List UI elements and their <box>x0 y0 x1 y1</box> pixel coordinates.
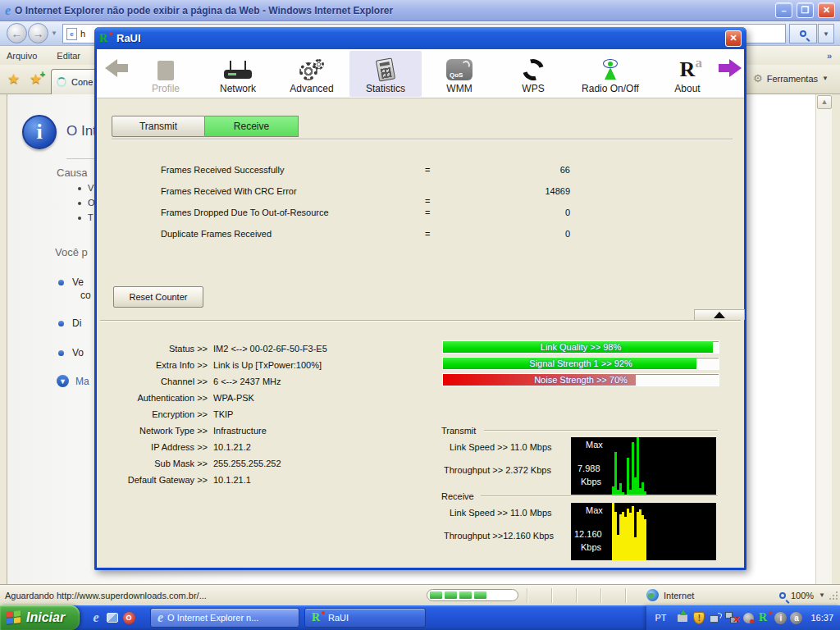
info-value: 10.1.21.2 <box>213 442 251 452</box>
toolbar-scroll-right-button[interactable] <box>719 59 743 84</box>
menu-editar[interactable]: Editar <box>57 51 80 61</box>
stat-row-label: Duplicate Frames Received <box>161 229 272 239</box>
toolbar-item-advanced[interactable]: Advanced <box>276 51 348 97</box>
search-button[interactable] <box>789 24 817 43</box>
toolbar-item-wps[interactable]: WPS <box>497 51 569 97</box>
stat-row-value: 0 <box>472 208 570 217</box>
windows-logo-icon <box>7 610 21 625</box>
quicklaunch-ie-icon[interactable]: e <box>88 609 104 626</box>
minimize-button[interactable]: – <box>775 2 792 18</box>
forward-button[interactable]: → <box>28 23 48 43</box>
vertical-scrollbar[interactable]: ▲ <box>815 94 832 584</box>
toolbar-item-wmm[interactable]: QoS WMM <box>423 51 495 97</box>
reset-counter-button[interactable]: Reset Counter <box>113 286 203 308</box>
rx-max-value: 12.160 <box>574 529 602 539</box>
zoom-control[interactable]: 100% ▼ <box>779 591 825 600</box>
receive-graph: Max 12.160 Kbps <box>571 503 716 560</box>
tray-raui-icon[interactable]: R <box>758 611 771 624</box>
ie-titlebar: e O Internet Explorer não pode exibir a … <box>0 0 840 21</box>
rx-throughput: Throughput >>12.160 Kbps <box>444 531 554 541</box>
stat-row-eq: = <box>425 196 430 206</box>
raui-window-title: RaUI <box>116 32 720 44</box>
toolbar-scroll-left-button[interactable] <box>105 59 130 84</box>
tx-max-label: Max <box>586 440 603 450</box>
stat-row-eq: = <box>425 165 430 175</box>
receive-group-label: Receive <box>441 491 474 501</box>
suggestion-item: Di <box>58 317 81 329</box>
quicklaunch-opera-icon[interactable]: O <box>121 609 137 626</box>
info-value: IM2 <--> 00-02-6F-50-F3-E5 <box>213 344 327 354</box>
history-dropdown-icon[interactable]: ▼ <box>51 30 57 37</box>
tray-security-shield-icon[interactable]: ! <box>692 611 705 624</box>
stat-row-eq: = <box>425 208 430 217</box>
task-button-raui[interactable]: R RaUI <box>304 608 426 628</box>
tray-network-disconnected-icon[interactable]: ✕ <box>725 611 738 624</box>
error-heading: O Int <box>66 123 97 139</box>
ie-window-title: O Internet Explorer não pode exibir a pá… <box>15 5 771 16</box>
actions-label: Você p <box>55 246 88 258</box>
noise-strength-label: Noise Strength >> 70% <box>443 375 719 385</box>
zoom-icon <box>779 592 786 599</box>
add-favorite-icon[interactable]: ★ <box>30 71 42 87</box>
stat-row-value: 66 <box>472 165 570 175</box>
quicklaunch-desktop-icon[interactable] <box>104 609 121 626</box>
favorites-star-icon[interactable]: ★ <box>7 71 20 88</box>
tools-menu[interactable]: ⚙ Ferramentas ▼ <box>753 72 829 84</box>
stat-row-value: 0 <box>472 229 570 239</box>
progress-block <box>430 591 442 599</box>
wps-arrows-icon <box>518 55 547 84</box>
scroll-up-button[interactable]: ▲ <box>817 95 832 109</box>
toolbar-item-about[interactable]: R About <box>651 51 724 97</box>
stat-row-label: Frames Received With CRC Error <box>161 186 297 196</box>
receive-group-line <box>481 495 718 497</box>
start-button[interactable]: Iniciar <box>0 605 80 630</box>
restore-button[interactable]: ❐ <box>797 2 814 18</box>
info-label: Network Type >> <box>101 426 208 436</box>
back-button[interactable]: ← <box>7 23 27 43</box>
chevron-down-circle-icon: ▼ <box>57 375 69 387</box>
info-value: 6 <--> 2437 MHz <box>213 377 281 386</box>
toolbar-item-profile[interactable]: Profile <box>130 51 202 97</box>
raui-titlebar[interactable]: R RaUI ✕ <box>94 27 746 49</box>
raui-close-button[interactable]: ✕ <box>725 30 742 47</box>
zoom-dropdown-icon[interactable]: ▼ <box>819 591 825 599</box>
tools-dropdown-icon: ▼ <box>822 75 829 82</box>
bullet-icon <box>78 187 81 190</box>
tray-info-icon[interactable]: i <box>774 612 787 624</box>
zoom-level: 100% <box>791 591 814 600</box>
search-options-dropdown[interactable]: ▼ <box>818 24 834 43</box>
ie-task-icon: e <box>158 610 163 625</box>
menu-overflow-chevron[interactable]: » <box>827 51 840 61</box>
tx-link-speed: Link Speed >> 11.0 Mbps <box>450 442 552 452</box>
link-quality-label: Link Quality >> 98% <box>443 342 719 352</box>
about-icon: R <box>677 59 698 80</box>
toolbar-item-network[interactable]: Network <box>202 51 274 97</box>
blue-bullet-icon <box>58 280 64 285</box>
toolbar-item-statistics[interactable]: Statistics <box>349 51 422 97</box>
language-indicator[interactable]: PT <box>651 613 673 623</box>
page-load-progress <box>427 589 518 601</box>
suggestion-item: Vo <box>58 347 84 358</box>
collapse-panel-button[interactable] <box>694 309 745 320</box>
info-label: Encryption >> <box>101 409 208 419</box>
tray-updates-icon[interactable] <box>676 611 689 624</box>
taskbar-clock: 16:37 <box>810 613 833 623</box>
task-button-ie[interactable]: e O Internet Explorer n... <box>150 608 299 628</box>
menu-arquivo[interactable]: Arquivo <box>7 51 37 61</box>
tray-volume-icon[interactable] <box>742 611 755 624</box>
tray-a-icon[interactable]: a <box>790 612 802 624</box>
system-tray: PT ! ✕ R i a 16:37 <box>646 605 840 630</box>
toolbar-item-radio-on-off[interactable]: Radio On/Off <box>571 51 650 97</box>
tray-wireless-network-icon[interactable] <box>709 611 722 624</box>
info-label: IP Address >> <box>101 442 208 452</box>
raui-app-icon: R <box>99 32 112 45</box>
close-button[interactable]: ✕ <box>818 2 835 18</box>
signal-strength-label: Signal Strength 1 >> 92% <box>443 358 719 368</box>
info-label: Sub Mask >> <box>101 459 208 468</box>
resize-grip[interactable] <box>829 591 838 600</box>
more-information-link[interactable]: ▼Ma <box>57 375 89 387</box>
radio-antenna-icon <box>601 59 619 80</box>
calculator-icon <box>376 57 395 81</box>
tab-receive[interactable]: Receive <box>205 116 299 137</box>
tab-transmit[interactable]: Transmit <box>112 116 205 137</box>
